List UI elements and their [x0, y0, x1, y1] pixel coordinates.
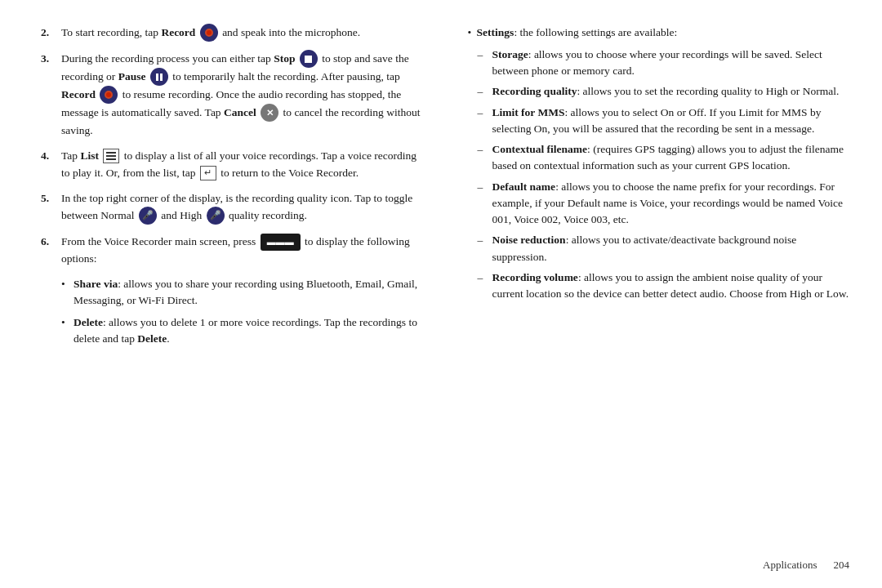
dash-symbol: –	[478, 83, 489, 100]
list-item: 4. Tap List to display a list of all you…	[41, 148, 423, 182]
list-line	[106, 152, 116, 154]
bullet-text: Share via: allows you to share your reco…	[74, 276, 423, 310]
mic-symbol: 🎤	[142, 208, 154, 222]
dash-symbol: –	[478, 270, 489, 303]
stop-icon	[300, 50, 318, 68]
list-item: • Delete: allows you to delete 1 or more…	[61, 314, 423, 348]
item-content: Tap List to display a list of all your v…	[61, 148, 423, 182]
left-column: 2. To start recording, tap Record and sp…	[41, 24, 435, 552]
label-delete-tap: Delete	[137, 332, 167, 345]
label-settings: Settings	[477, 26, 514, 38]
dash-text: Contextual filename: (requires GPS taggi…	[492, 141, 850, 175]
label-record: Record	[161, 26, 195, 38]
bullet-symbol: •	[61, 276, 71, 310]
dash-item: – Noise reduction: allows you to activat…	[478, 232, 850, 265]
footer-section: Applications	[763, 559, 817, 572]
dash-item: – Contextual filename: (requires GPS tag…	[478, 141, 850, 175]
list-item: 6. From the Voice Recorder main screen, …	[41, 234, 423, 268]
item-number: 3.	[41, 51, 57, 140]
label-pause: Pause	[118, 70, 146, 82]
dash-list: – Storage: allows you to choose where yo…	[478, 47, 850, 303]
page-container: 2. To start recording, tap Record and sp…	[0, 0, 882, 588]
item-number: 5.	[41, 190, 57, 225]
dash-text: Recording volume: allows you to assign t…	[492, 270, 850, 303]
footer-text: Applications 204	[763, 559, 849, 572]
label-noise: Noise reduction	[492, 234, 566, 246]
record-dot-2	[105, 91, 113, 99]
label-rec-volume: Recording volume	[492, 271, 578, 283]
label-delete: Delete	[74, 316, 103, 328]
item-content: To start recording, tap Record and speak…	[61, 24, 423, 42]
dash-text: Noise reduction: allows you to activate/…	[492, 232, 850, 265]
list-item: 5. In the top right corner of the displa…	[41, 190, 423, 225]
bullet-symbol: •	[468, 26, 474, 38]
pause-icon	[150, 68, 168, 86]
mic-icon-high: 🎤	[207, 207, 225, 225]
label-record-2: Record	[61, 88, 96, 100]
label-contextual: Contextual filename	[492, 143, 588, 155]
pause-bar-2	[160, 74, 163, 81]
list-item: 2. To start recording, tap Record and sp…	[41, 24, 423, 42]
item-content: In the top right corner of the display, …	[61, 190, 423, 225]
list-line	[106, 155, 116, 157]
dash-symbol: –	[478, 47, 489, 80]
record-icon	[200, 24, 218, 42]
menu-button-icon: ▬▬▬	[261, 234, 301, 251]
settings-intro-text: : the following settings are available:	[514, 26, 677, 38]
dash-item: – Recording quality: allows you to set t…	[478, 83, 850, 100]
pause-bars	[156, 74, 163, 81]
footer-page-number: 204	[834, 559, 850, 572]
dash-item: – Limit for MMS: allows you to select On…	[478, 105, 850, 138]
dash-item: – Storage: allows you to choose where yo…	[478, 47, 850, 80]
item-number: 6.	[41, 234, 57, 268]
mic-symbol-2: 🎤	[210, 208, 221, 222]
dash-symbol: –	[478, 141, 489, 175]
list-icon	[103, 149, 119, 163]
content-columns: 2. To start recording, tap Record and sp…	[41, 24, 849, 552]
dash-symbol: –	[478, 232, 489, 265]
dash-text: Default name: allows you to choose the n…	[492, 179, 850, 229]
mic-icon-normal: 🎤	[139, 207, 157, 225]
stop-square	[305, 56, 312, 63]
label-cancel: Cancel	[224, 106, 256, 118]
label-rec-quality: Recording quality	[492, 85, 577, 97]
record-icon-2	[100, 86, 118, 104]
cancel-x: ✕	[266, 109, 274, 118]
dash-symbol: –	[478, 179, 489, 229]
list-item: • Share via: allows you to share your re…	[61, 276, 423, 310]
item-content: From the Voice Recorder main screen, pre…	[61, 234, 423, 268]
cancel-icon: ✕	[261, 104, 278, 122]
dash-item: – Recording volume: allows you to assign…	[478, 270, 850, 303]
dash-text: Storage: allows you to choose where your…	[492, 47, 850, 80]
pause-bar-1	[156, 74, 158, 81]
dash-symbol: –	[478, 105, 489, 138]
label-stop: Stop	[274, 52, 295, 65]
label-mms: Limit for MMS	[492, 106, 565, 118]
item-number: 2.	[41, 24, 57, 42]
record-dot	[205, 29, 213, 37]
label-share: Share via	[74, 278, 118, 290]
dash-item: – Default name: allows you to choose the…	[478, 179, 850, 229]
item-content: During the recording process you can eit…	[61, 51, 423, 140]
right-column: • Settings: the following settings are a…	[460, 24, 850, 552]
list-line	[106, 158, 116, 160]
list-item: 3. During the recording process you can …	[41, 51, 423, 140]
label-storage: Storage	[492, 48, 528, 60]
return-icon: ↵	[200, 166, 216, 180]
dash-text: Recording quality: allows you to set the…	[492, 83, 840, 100]
options-bullet-list: • Share via: allows you to share your re…	[61, 276, 423, 347]
footer: Applications 204	[41, 552, 849, 572]
bullet-symbol: •	[61, 314, 71, 348]
settings-intro: • Settings: the following settings are a…	[468, 24, 850, 42]
bullet-text: Delete: allows you to delete 1 or more v…	[74, 314, 423, 348]
label-default-name: Default name	[492, 180, 556, 193]
label-list: List	[80, 149, 99, 162]
item-number: 4.	[41, 148, 57, 182]
dash-text: Limit for MMS: allows you to select On o…	[492, 105, 850, 138]
